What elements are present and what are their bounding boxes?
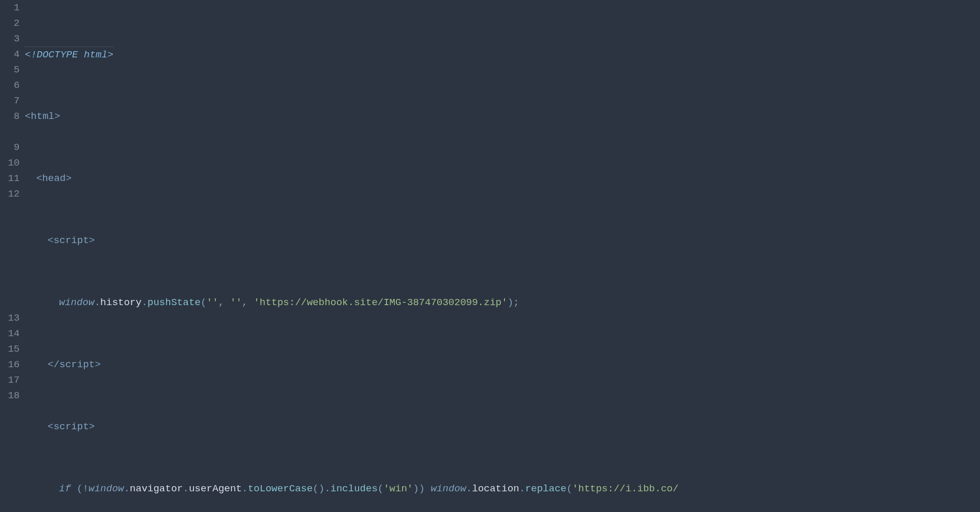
code-line-7[interactable]: <script> [25, 419, 980, 434]
line-number: 1 [0, 0, 20, 16]
line-number: 14 [0, 326, 20, 341]
line-number: 7 [0, 93, 20, 109]
line-number: 10 [0, 155, 20, 171]
line-number [0, 124, 20, 140]
line-number: 5 [0, 62, 20, 78]
line-number [0, 233, 20, 248]
line-number: 4 [0, 47, 20, 62]
code-editor[interactable]: 1 2 3 4 5 6 7 8 9 10 11 12 13 14 15 16 1… [0, 0, 980, 512]
line-number [0, 248, 20, 264]
line-number: 13 [0, 310, 20, 326]
line-number: 15 [0, 341, 20, 357]
code-line-1[interactable]: <!DOCTYPE html> [25, 47, 980, 62]
line-number: 3 [0, 31, 20, 47]
code-line-3[interactable]: <head> [25, 171, 980, 186]
line-number: 6 [0, 78, 20, 93]
line-number: 8 [0, 109, 20, 124]
line-number [0, 264, 20, 279]
line-number: 18 [0, 388, 20, 403]
code-line-2[interactable]: <html> [25, 109, 980, 124]
line-number: 9 [0, 140, 20, 155]
line-number: 11 [0, 171, 20, 186]
doctype-token: <!DOCTYPE html> [25, 47, 113, 63]
line-number [0, 217, 20, 233]
line-number: 2 [0, 16, 20, 31]
code-line-6[interactable]: </script> [25, 357, 980, 372]
line-number-gutter: 1 2 3 4 5 6 7 8 9 10 11 12 13 14 15 16 1… [0, 0, 25, 512]
code-line-4[interactable]: <script> [25, 233, 980, 248]
line-number: 17 [0, 372, 20, 388]
line-number [0, 279, 20, 295]
code-line-8[interactable]: if (!window.navigator.userAgent.toLowerC… [25, 481, 980, 496]
line-number [0, 295, 20, 310]
code-area[interactable]: <!DOCTYPE html> <html> <head> <script> w… [25, 0, 980, 512]
line-number [0, 202, 20, 217]
line-number: 12 [0, 186, 20, 202]
code-line-5[interactable]: window.history.pushState('', '', 'https:… [25, 295, 980, 310]
line-number: 16 [0, 357, 20, 372]
